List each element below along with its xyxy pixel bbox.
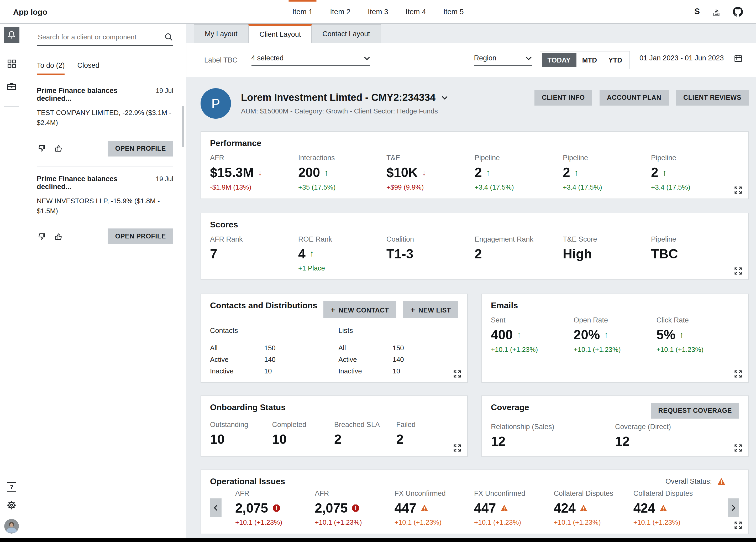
client-reviews-button[interactable]: CLIENT REVIEWS: [676, 90, 749, 105]
card-title: Emails: [491, 301, 739, 311]
github-icon[interactable]: [733, 7, 743, 17]
header-icons: S: [694, 7, 743, 17]
open-profile-button[interactable]: OPEN PROFILE: [108, 229, 173, 244]
date-range-picker[interactable]: 01 Jan 2023 - 01 Jun 2023: [639, 54, 742, 66]
region-dropdown[interactable]: Region: [474, 54, 532, 66]
chevron-down-icon[interactable]: [441, 96, 448, 100]
expand-icon[interactable]: [454, 370, 461, 378]
contacts-distributions-card: Contacts and Distributions +NEW CONTACT …: [201, 294, 468, 383]
carousel-right-button[interactable]: [728, 498, 739, 517]
table-row: Active140: [338, 356, 443, 364]
tab-contact-layout[interactable]: Contact Layout: [312, 24, 381, 43]
account-plan-button[interactable]: ACCOUNT PLAN: [600, 90, 669, 105]
svg-text:!: !: [583, 506, 585, 511]
new-contact-button[interactable]: +NEW CONTACT: [323, 301, 396, 318]
svg-text:!: !: [355, 505, 357, 511]
main-nav: Item 1 Item 2 Item 3 Item 4 Item 5: [292, 0, 464, 23]
calendar-icon[interactable]: [734, 54, 742, 62]
icon-rail: ?: [0, 23, 23, 542]
request-coverage-button[interactable]: REQUEST COVERAGE: [651, 403, 739, 419]
metric-sent: Sent 400↑ +10.1 (+1.23%): [491, 316, 574, 353]
svg-text:!: !: [424, 506, 425, 511]
top-header: App logo Item 1 Item 2 Item 3 Item 4 Ite…: [0, 0, 756, 24]
client-name: Lorem Investment Limted - CMY2:234334: [241, 92, 435, 103]
card-title: Operational Issues: [210, 477, 285, 486]
metric-interactions: Interactions 200↑ +35 (17.5%): [298, 154, 386, 191]
app-logo: App logo: [13, 7, 47, 16]
content-area: My Layout Client Layout Contact Layout L…: [186, 23, 756, 542]
thumbs-down-icon[interactable]: [37, 232, 46, 241]
search-input[interactable]: [37, 33, 164, 41]
client-info-button[interactable]: CLIENT INFO: [534, 90, 592, 105]
segment-mtd[interactable]: MTD: [576, 53, 603, 67]
warning-triangle-icon: !: [580, 504, 588, 512]
metric-click-rate: Click Rate 5%↑ +10.1 (+1.23%): [657, 316, 739, 353]
metric-afr-issues: AFR 2,075! +10.1 (+1.23%): [315, 489, 394, 526]
period-segmented-control: TODAY MTD YTD: [540, 51, 630, 69]
table-row: Inactive10: [338, 367, 443, 375]
segment-ytd[interactable]: YTD: [603, 53, 628, 67]
nav-item-2[interactable]: Item 2: [330, 0, 350, 23]
todo-sidebar: To do (2) Closed Prime Finance balances …: [23, 23, 186, 542]
tab-client-layout[interactable]: Client Layout: [249, 24, 312, 43]
card-title: Onboarding Status: [210, 403, 458, 412]
expand-icon[interactable]: [734, 444, 742, 451]
expand-icon[interactable]: [734, 522, 742, 529]
thumbs-down-icon[interactable]: [37, 144, 46, 153]
chevron-down-icon: [364, 56, 370, 60]
thumbs-up-icon[interactable]: [55, 232, 64, 241]
trend-up-icon: ↑: [574, 168, 579, 177]
metric-roe-rank: ROE Rank 4↑ +1 Place: [298, 235, 386, 272]
svg-text:!: !: [503, 506, 505, 511]
search-field[interactable]: [37, 33, 173, 46]
search-icon[interactable]: [164, 33, 173, 41]
expand-icon[interactable]: [734, 186, 742, 193]
metric-afr-rank: AFR Rank 7: [210, 235, 298, 272]
briefcase-icon[interactable]: [4, 79, 19, 94]
bottom-bar: [0, 538, 756, 542]
card-title: Contacts and Distributions: [210, 301, 317, 311]
expand-icon[interactable]: [734, 267, 742, 275]
tab-todo[interactable]: To do (2): [37, 61, 65, 75]
help-icon[interactable]: ?: [7, 482, 16, 492]
trend-down-icon: ↓: [422, 168, 426, 177]
metric-afr: AFR $15.3M↓ -$1.9M (13%): [210, 154, 298, 191]
nav-item-1[interactable]: Item 1: [292, 0, 313, 23]
new-list-button[interactable]: +NEW LIST: [403, 301, 458, 318]
s-icon[interactable]: S: [694, 7, 700, 16]
metric-completed: Completed 10: [272, 421, 334, 447]
nav-item-4[interactable]: Item 4: [406, 0, 426, 23]
thumbs-up-icon[interactable]: [55, 144, 64, 153]
todo-date: 19 Jul: [156, 175, 173, 182]
user-avatar[interactable]: [4, 519, 19, 534]
nav-item-5[interactable]: Item 5: [443, 0, 464, 23]
segment-today[interactable]: TODAY: [542, 53, 576, 67]
dashboard-grid-icon[interactable]: [4, 56, 19, 71]
table-row: Inactive10: [210, 367, 314, 375]
settings-gear-icon[interactable]: [7, 501, 16, 510]
expand-icon[interactable]: [454, 444, 461, 451]
metric-collateral-disputes: Collateral Disputes 424! +10.1 (+1.23%): [554, 489, 633, 526]
multi-select-dropdown[interactable]: 4 selected: [251, 54, 370, 66]
tab-closed[interactable]: Closed: [77, 61, 99, 75]
trend-down-icon: ↓: [258, 168, 262, 177]
date-range-value: 01 Jan 2023 - 01 Jun 2023: [639, 54, 724, 62]
warning-triangle-icon: !: [500, 504, 508, 512]
todo-date: 19 Jul: [156, 87, 173, 94]
main-frame: ? To do (2) Closed: [0, 23, 756, 542]
expand-icon[interactable]: [734, 370, 742, 378]
notifications-bell-icon[interactable]: [4, 27, 19, 43]
trend-up-icon: ↑: [680, 330, 684, 340]
nav-item-3[interactable]: Item 3: [368, 0, 388, 23]
tab-my-layout[interactable]: My Layout: [194, 24, 249, 43]
lists-table: Lists All150 Active140 Inactive10: [338, 327, 443, 375]
metric-outstanding: Outstanding 10: [210, 421, 272, 447]
metric-open-rate: Open Rate 20%↑ +10.1 (+1.23%): [574, 316, 656, 353]
carousel-left-button[interactable]: [210, 498, 222, 517]
scrollbar-thumb[interactable]: [182, 106, 184, 147]
metric-pipeline: Pipeline 2↑ +3.4 (17.5%): [651, 154, 739, 191]
client-avatar: P: [201, 88, 231, 119]
stack-overflow-icon[interactable]: [712, 7, 721, 16]
rail-divider: [4, 106, 19, 107]
open-profile-button[interactable]: OPEN PROFILE: [108, 140, 173, 156]
